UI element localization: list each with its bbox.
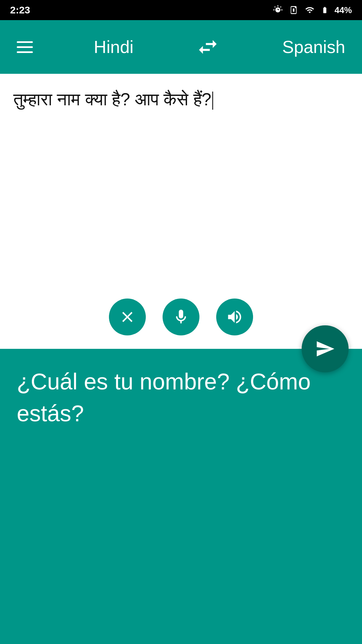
status-icons: 44% (273, 5, 352, 15)
sim-icon (289, 5, 298, 15)
input-speaker-button[interactable] (216, 299, 253, 335)
swap-languages-button[interactable] (194, 34, 221, 60)
close-icon (119, 308, 136, 326)
input-action-buttons (109, 299, 253, 335)
text-cursor (212, 92, 213, 110)
source-language[interactable]: Hindi (94, 37, 134, 57)
hamburger-line-2 (17, 46, 33, 48)
hamburger-line-3 (17, 51, 33, 53)
swap-icon (196, 35, 220, 59)
output-section: ¿Cuál es tu nombre? ¿Cómo estás? (0, 349, 362, 644)
clear-button[interactable] (109, 299, 146, 335)
charging-icon (321, 5, 328, 15)
input-text[interactable]: तुम्हारा नाम क्या है? आप कैसे हैं? (13, 87, 349, 288)
status-bar: 2:23 44% (0, 0, 362, 20)
battery-percent: 44% (335, 5, 352, 15)
output-text: ¿Cuál es tu nombre? ¿Cómo estás? (17, 366, 345, 429)
translate-button[interactable] (302, 325, 349, 372)
microphone-button[interactable] (163, 299, 199, 335)
time: 2:23 (10, 4, 30, 16)
alarm-icon (273, 5, 283, 15)
send-icon (315, 339, 335, 359)
target-language[interactable]: Spanish (282, 37, 345, 57)
input-section: तुम्हारा नाम क्या है? आप कैसे हैं? (0, 74, 362, 349)
signal-icon (304, 5, 315, 15)
menu-button[interactable] (17, 41, 33, 53)
hamburger-line-1 (17, 41, 33, 43)
input-text-content: तुम्हारा नाम क्या है? आप कैसे हैं? (13, 90, 212, 109)
volume-up-icon (226, 308, 243, 326)
toolbar: Hindi Spanish (0, 20, 362, 74)
mic-icon (172, 308, 190, 326)
